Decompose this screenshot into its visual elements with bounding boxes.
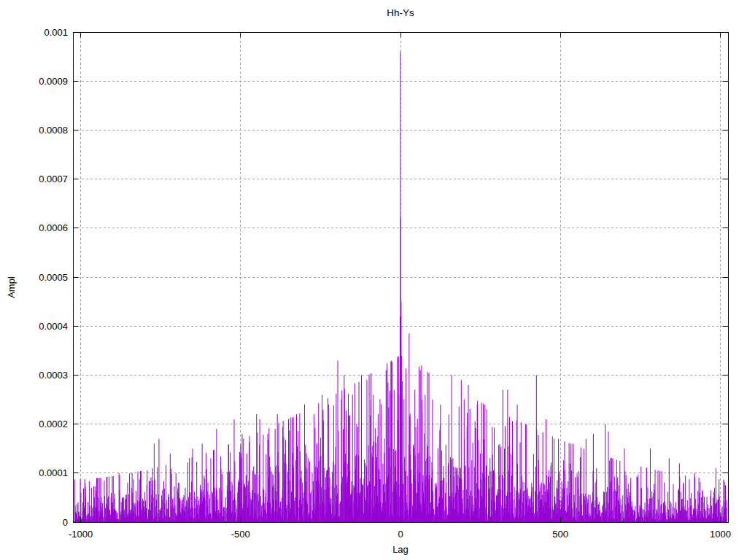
- svg-text:0.001: 0.001: [44, 27, 68, 38]
- svg-text:0: 0: [63, 517, 68, 528]
- x-tick-labels: -1000-50005001000: [69, 529, 731, 540]
- svg-text:0.0009: 0.0009: [39, 76, 68, 87]
- plot-area: -1000-5000500100000.00010.00020.00030.00…: [0, 0, 747, 560]
- impulse-series: [74, 52, 727, 522]
- svg-text:500: 500: [552, 529, 568, 540]
- svg-text:0.0008: 0.0008: [39, 125, 68, 136]
- svg-text:0.0005: 0.0005: [39, 272, 68, 283]
- svg-text:0.0006: 0.0006: [39, 222, 68, 233]
- svg-text:0.0003: 0.0003: [39, 370, 68, 381]
- svg-text:0.0004: 0.0004: [39, 321, 68, 332]
- gnuplot-chart-window: Hh-Ys Ampl Lag -1000-5000500100000.00010…: [0, 0, 747, 560]
- svg-text:1000: 1000: [710, 529, 731, 540]
- svg-text:0.0001: 0.0001: [39, 467, 68, 478]
- y-tick-labels: 00.00010.00020.00030.00040.00050.00060.0…: [39, 27, 68, 528]
- svg-text:-1000: -1000: [69, 529, 93, 540]
- svg-text:0: 0: [398, 529, 403, 540]
- svg-text:0.0002: 0.0002: [39, 419, 68, 429]
- svg-text:0.0007: 0.0007: [39, 174, 68, 184]
- svg-text:-500: -500: [231, 529, 250, 540]
